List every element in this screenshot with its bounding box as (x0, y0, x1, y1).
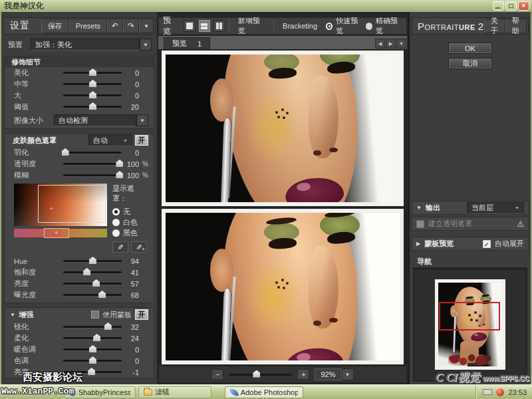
slider-track[interactable] (63, 294, 122, 296)
slider-row-brightness: 亮度 57 (5, 278, 154, 289)
slider-track[interactable] (63, 337, 122, 339)
settings-menu-button[interactable]: ▼ (139, 19, 154, 33)
view-split-vertical-button[interactable] (213, 20, 225, 32)
slider-track[interactable] (63, 152, 122, 154)
radio-selected-icon[interactable] (112, 208, 120, 215)
zoom-slider-track[interactable] (229, 374, 292, 376)
slider-track[interactable] (63, 271, 122, 273)
slider-track[interactable] (63, 326, 122, 328)
enhance-on-button[interactable]: 开 (135, 309, 148, 320)
slider-track[interactable] (63, 348, 122, 350)
chevron-down-icon: ▼ (515, 205, 519, 210)
slider-track[interactable] (63, 72, 122, 74)
hue-range-selection[interactable]: + (44, 228, 69, 238)
navigator-thumbnail[interactable] (435, 279, 505, 370)
close-button[interactable]: × (518, 1, 529, 11)
slider-track[interactable] (63, 360, 122, 362)
processed-image[interactable] (166, 213, 400, 360)
bracketing-button[interactable]: Bracketing (277, 20, 323, 32)
eyedropper-button[interactable]: ✎ (112, 241, 128, 253)
slider-thumb[interactable] (89, 91, 96, 98)
save-button[interactable]: 保存 (41, 19, 69, 33)
slider-track[interactable] (63, 94, 122, 96)
new-preview-button[interactable]: 新增预览 (233, 14, 270, 38)
slider-track[interactable] (63, 163, 122, 165)
system-tray: 23:53 (475, 385, 532, 399)
output-target-select[interactable]: 当前层 ▼ (467, 202, 524, 214)
image-size-dropdown-button[interactable]: ▼ (136, 114, 148, 126)
skin-mask-on-button[interactable]: 开 (135, 135, 148, 146)
view-single-button[interactable] (184, 20, 196, 32)
taskbar-item-photoshop[interactable]: Adobe Photoshop (225, 386, 303, 398)
preview-tab-1[interactable]: 预览 1 (164, 37, 210, 49)
original-image[interactable] (166, 55, 400, 202)
slider-thumb[interactable] (89, 345, 96, 352)
zoom-out-button[interactable]: − (211, 369, 223, 380)
slider-thumb[interactable] (104, 323, 112, 330)
slider-thumb[interactable] (89, 257, 96, 264)
slider-thumb[interactable] (92, 279, 100, 287)
mask-option-white[interactable]: 白色 (112, 217, 148, 227)
slider-track[interactable] (63, 260, 122, 262)
view-split-horizontal-button[interactable] (199, 20, 211, 32)
auto-expand-checkbox[interactable]: ✓ (483, 240, 491, 248)
slider-thumb[interactable] (89, 80, 96, 87)
preset-row: 预置 加强：美化 ▼ (8, 37, 152, 52)
slider-value: 20 (122, 103, 139, 111)
zoom-in-button[interactable]: + (297, 369, 309, 380)
slider-track[interactable] (63, 283, 122, 285)
minimize-button[interactable] (493, 1, 504, 11)
accurate-preview-radio[interactable]: 精确预览 (366, 16, 402, 36)
preset-select[interactable]: 加强：美化 (31, 39, 140, 51)
cancel-button[interactable]: 取消 (448, 58, 492, 69)
slider-track[interactable] (63, 106, 122, 108)
collapse-arrow-icon[interactable]: ▼ (10, 312, 15, 318)
color-range-selection[interactable] (38, 185, 106, 223)
slider-row-large: 大 0 (5, 90, 154, 101)
skin-color-gradient[interactable]: + (14, 184, 107, 226)
skin-mode-select[interactable]: 自动 ▼ (88, 134, 132, 146)
slider-thumb[interactable] (83, 268, 90, 275)
transparent-mask-checkbox[interactable] (416, 220, 424, 228)
hue-strip[interactable]: + (14, 229, 107, 237)
red-tray-icon[interactable] (496, 388, 504, 396)
radio-icon[interactable] (112, 229, 120, 237)
help-button[interactable]: 帮助 (505, 19, 527, 33)
ok-button[interactable]: OK (448, 43, 492, 54)
use-mask-checkbox[interactable] (91, 311, 99, 319)
navigator-viewport-rect[interactable] (439, 302, 500, 331)
slider-thumb[interactable] (98, 291, 106, 298)
slider-thumb[interactable] (89, 68, 96, 76)
preset-dropdown-button[interactable]: ▼ (140, 39, 152, 51)
taskbar-item-browser[interactable]: ShabbyPrincess.c... (64, 386, 136, 398)
radio-icon[interactable] (112, 219, 120, 226)
mask-option-black[interactable]: 黑色 (112, 227, 148, 238)
presets-button[interactable]: Presets (69, 19, 107, 33)
zoom-slider-thumb[interactable] (253, 370, 260, 378)
collapse-arrow-icon[interactable]: ▼ (416, 205, 422, 211)
zoom-level-dropdown-button[interactable]: ▼ (342, 368, 354, 380)
globe-icon (69, 388, 76, 396)
slider-track[interactable] (63, 83, 122, 85)
eyedropper-add-button[interactable]: ✎+ (131, 241, 147, 253)
tab-scroll-left-button[interactable]: ◀ (375, 39, 385, 49)
slider-track[interactable] (63, 174, 122, 176)
quick-preview-radio[interactable]: 快速预览 (326, 16, 362, 36)
slider-thumb[interactable] (89, 356, 96, 364)
mask-option-none[interactable]: 无 (112, 206, 148, 217)
expand-arrow-icon[interactable]: ▶ (416, 241, 420, 247)
keyboard-tray-icon[interactable] (483, 389, 492, 395)
tab-scroll-right-button[interactable]: ▶ (386, 39, 396, 49)
undo-button[interactable]: ↶ (107, 19, 123, 33)
slider-track[interactable] (63, 371, 122, 373)
tab-list-button[interactable]: ▼ (396, 39, 406, 49)
redo-button[interactable]: ↷ (123, 19, 139, 33)
slider-thumb[interactable] (88, 368, 95, 375)
slider-thumb[interactable] (93, 334, 100, 341)
slider-thumb[interactable] (89, 102, 96, 110)
image-size-select[interactable]: 自动检测 (54, 114, 136, 126)
titlebar[interactable]: 我是神汉化 × (0, 0, 532, 12)
taskbar-item-filter-folder[interactable]: 滤镜 (138, 386, 211, 398)
about-button[interactable]: 关于 (484, 19, 505, 33)
restore-button[interactable] (505, 1, 517, 11)
